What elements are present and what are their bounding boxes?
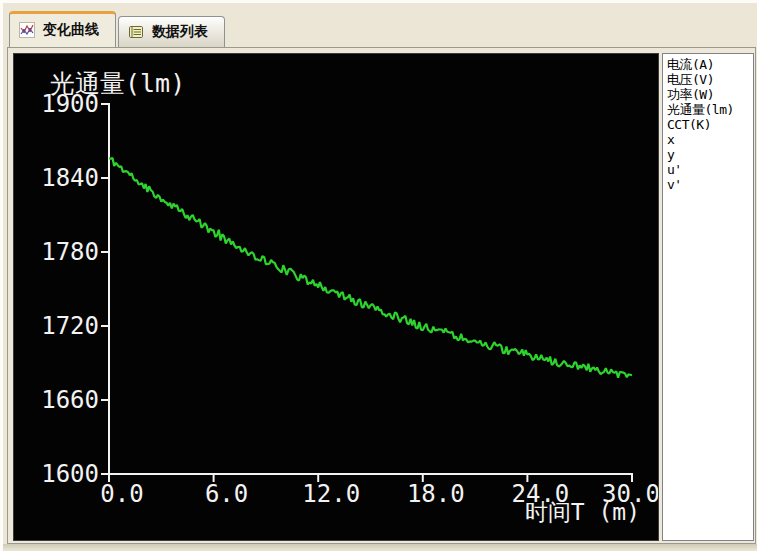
y-tick-label: 1660 (41, 386, 99, 414)
luminous-flux-chart: 光通量(lm)1900184017801720166016000.06.012.… (14, 54, 658, 540)
app-window: 变化曲线 数据列表 光通量(lm)19001840178017201660160… (0, 0, 757, 551)
y-tick-label: 1780 (41, 238, 99, 266)
legend-item-2[interactable]: 功率(W) (667, 87, 752, 102)
legend-item-1[interactable]: 电压(V) (667, 72, 752, 87)
legend-item-4[interactable]: CCT(K) (667, 117, 752, 132)
y-tick-label: 1720 (41, 312, 99, 340)
legend-item-7[interactable]: u' (667, 162, 752, 177)
bottom-strip (3, 544, 757, 551)
tab-data-list[interactable]: 数据列表 (118, 16, 225, 47)
y-tick-label: 1900 (41, 90, 99, 118)
x-tick-label: 0.0 (100, 480, 143, 508)
x-tick-label: 6.0 (205, 480, 248, 508)
legend-item-5[interactable]: x (667, 132, 752, 147)
tab-change-curve-label: 变化曲线 (43, 21, 99, 39)
chart-area: 光通量(lm)1900184017801720166016000.06.012.… (13, 53, 659, 541)
tab-change-curve[interactable]: 变化曲线 (9, 11, 116, 47)
tab-bar: 变化曲线 数据列表 (9, 11, 225, 47)
tab-content-panel: 光通量(lm)1900184017801720166016000.06.012.… (7, 47, 756, 544)
flux-curve (109, 158, 632, 378)
legend-item-8[interactable]: v' (667, 177, 752, 192)
x-axis-title: 时间T (m) (525, 499, 640, 525)
x-tick-label: 12.0 (302, 480, 360, 508)
legend-panel: 电流(A)电压(V)功率(W)光通量(lm)CCT(K)xyu'v' (662, 53, 754, 541)
legend-item-0[interactable]: 电流(A) (667, 57, 752, 72)
data-list-icon (128, 24, 144, 40)
legend-item-6[interactable]: y (667, 147, 752, 162)
y-tick-label: 1600 (41, 460, 99, 488)
legend-item-3[interactable]: 光通量(lm) (667, 102, 752, 117)
curve-chart-icon (19, 22, 35, 38)
x-tick-label: 18.0 (407, 480, 465, 508)
tab-data-list-label: 数据列表 (152, 23, 208, 41)
y-tick-label: 1840 (41, 164, 99, 192)
